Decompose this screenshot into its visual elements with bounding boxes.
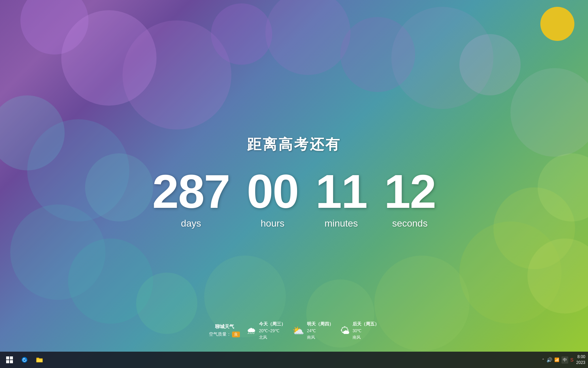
svg-rect-3 [10, 360, 13, 363]
taskbar-left [3, 353, 46, 367]
weather-today: 🌧 今天（周三） 20℃~29℃ 北风 [247, 321, 285, 341]
weather-widget: 聊城天气 空气质量： 良 🌧 今天（周三） 20℃~29℃ 北风 ⛅ 明天（周四… [209, 321, 379, 341]
start-button[interactable] [3, 353, 16, 367]
weather-day-after: 🌤 后天（周五） 30℃ 南风 [340, 321, 379, 341]
day-after-title: 后天（周五） [353, 321, 379, 328]
seconds-value: 12 [384, 168, 436, 215]
days-value: 287 [152, 168, 230, 215]
clock-date: 2023 [576, 360, 585, 366]
tomorrow-wind: 南风 [307, 334, 333, 341]
countdown-title: 距离高考还有 [152, 135, 436, 154]
edge-browser-button[interactable] [18, 353, 31, 367]
city-name: 聊城天气 [215, 324, 234, 330]
seconds-label: seconds [392, 218, 427, 229]
tray-chevron[interactable]: ⌃ [542, 358, 544, 362]
svg-rect-1 [10, 356, 13, 359]
hours-value: 00 [247, 168, 298, 215]
tomorrow-temp: 24℃ [307, 328, 333, 334]
taskbar: ⌃ 🔊 📶 中 S 8:00 2023 [0, 352, 588, 368]
hours-label: hours [261, 218, 284, 229]
today-temp: 20℃~29℃ [259, 328, 285, 334]
today-title: 今天（周三） [259, 321, 285, 328]
tomorrow-weather-icon: ⛅ [292, 325, 304, 336]
days-label: days [181, 218, 201, 229]
today-info: 今天（周三） 20℃~29℃ 北风 [259, 321, 285, 341]
network-icon[interactable]: 📶 [554, 357, 559, 362]
days-unit: 287 days [152, 168, 230, 229]
day-after-weather-icon: 🌤 [340, 325, 350, 336]
svg-rect-2 [6, 360, 9, 363]
hours-unit: 00 hours [247, 168, 298, 229]
volume-icon[interactable]: 🔊 [546, 357, 552, 363]
aqi-label: 空气质量： [209, 331, 231, 337]
today-wind: 北风 [259, 334, 285, 341]
minutes-unit: 11 minutes [315, 168, 367, 229]
taskbar-right: ⌃ 🔊 📶 中 S 8:00 2023 [542, 354, 585, 366]
svg-rect-0 [6, 356, 9, 359]
day-after-info: 后天（周五） 30℃ 南风 [353, 321, 379, 341]
file-explorer-button[interactable] [33, 353, 46, 367]
day-after-temp: 30℃ [353, 328, 379, 334]
input-method-icon[interactable]: 中 [561, 356, 568, 364]
antivirus-icon[interactable]: S [570, 357, 573, 363]
countdown-numbers: 287 days 00 hours 11 minutes 12 seconds [152, 168, 436, 229]
weather-tomorrow: ⛅ 明天（周四） 24℃ 南风 [292, 321, 333, 341]
tomorrow-info: 明天（周四） 24℃ 南风 [307, 321, 333, 341]
clock-time: 8:00 [576, 354, 585, 360]
seconds-unit: 12 seconds [384, 168, 436, 229]
weather-location: 聊城天气 空气质量： 良 [209, 324, 240, 337]
clock-area[interactable]: 8:00 2023 [576, 354, 585, 366]
system-tray: ⌃ 🔊 📶 中 S [542, 356, 573, 364]
minutes-label: minutes [325, 218, 358, 229]
countdown-container: 距离高考还有 287 days 00 hours 11 minutes 12 s… [152, 135, 436, 229]
tomorrow-title: 明天（周四） [307, 321, 333, 328]
today-weather-icon: 🌧 [247, 325, 256, 336]
day-after-wind: 南风 [353, 334, 379, 341]
minutes-value: 11 [315, 168, 367, 215]
yellow-circle-decoration [540, 7, 574, 41]
aqi-badge: 良 [232, 332, 240, 337]
